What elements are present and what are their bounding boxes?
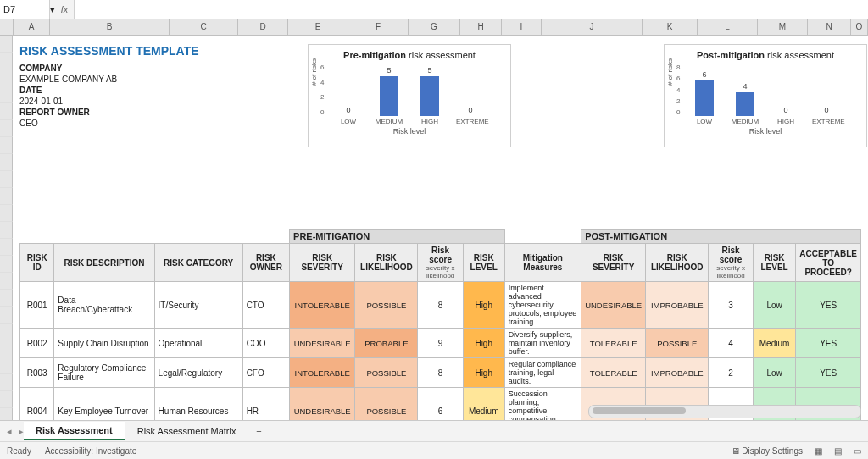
- band-post-mitigation: POST-MITIGATION: [581, 230, 861, 244]
- row-headers[interactable]: [0, 36, 13, 420]
- formula-bar: D7 ▾ fx: [0, 0, 868, 19]
- status-bar: Ready Accessibility: Investigate 🖥 Displ…: [0, 441, 868, 459]
- view-break-icon[interactable]: ▭: [854, 446, 861, 456]
- chart-pre-mitigation: Pre-mitigation risk assessment # of risk…: [308, 44, 511, 147]
- formula-input[interactable]: [74, 0, 868, 19]
- display-settings-button[interactable]: 🖥 Display Settings: [732, 446, 803, 456]
- dropdown-icon[interactable]: ▾: [50, 4, 55, 15]
- view-normal-icon[interactable]: ▦: [815, 446, 822, 456]
- horizontal-scrollbar[interactable]: [588, 405, 861, 418]
- table-row[interactable]: R003Regulatory Compliance FailureLegal/R…: [20, 358, 861, 388]
- tab-risk-assessment[interactable]: Risk Assessment: [24, 422, 125, 440]
- table-row[interactable]: R001Data Breach/CyberattackIT/SecurityCT…: [20, 282, 861, 329]
- sheet-tabs: ◂ ▸ Risk Assessment Risk Assessment Matr…: [0, 420, 868, 441]
- name-box[interactable]: D7: [0, 0, 50, 19]
- view-page-icon[interactable]: ▤: [834, 446, 842, 456]
- table-row[interactable]: R002Supply Chain DisruptionOperationalCO…: [20, 329, 861, 358]
- risk-table[interactable]: PRE-MITIGATION POST-MITIGATION RISK IDRI…: [19, 229, 861, 420]
- tab-nav-left-icon[interactable]: ◂: [0, 426, 19, 437]
- column-headers[interactable]: A B C D E F G H I J K L M N O: [0, 19, 868, 36]
- fx-icon[interactable]: fx: [58, 4, 70, 14]
- status-ready: Ready: [7, 446, 31, 456]
- chart-post-mitigation: Post-mitigation risk assessment # of ris…: [664, 44, 867, 147]
- tab-risk-matrix[interactable]: Risk Assessment Matrix: [125, 423, 249, 440]
- band-pre-mitigation: PRE-MITIGATION: [290, 230, 505, 244]
- add-sheet-button[interactable]: +: [248, 426, 269, 436]
- status-accessibility[interactable]: Accessibility: Investigate: [45, 446, 136, 456]
